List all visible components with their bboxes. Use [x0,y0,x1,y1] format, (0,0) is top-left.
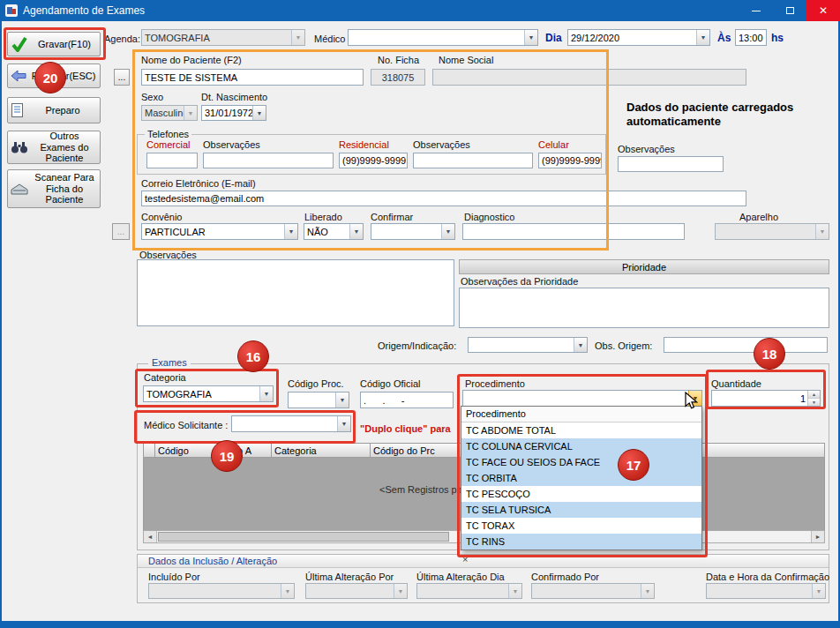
nome-paciente-input[interactable]: TESTE DE SISTEMA [141,69,364,86]
convenio-select[interactable]: PARTICULAR ▼ [141,223,298,240]
data-hora-confirmacao-label: Data e Hora da Confirmação [706,572,829,582]
procedimento-option-7[interactable]: TC RINS [461,534,701,550]
exames-group-label: Exames [148,357,191,368]
nascimento-label: Dt. Nascimento [201,92,267,102]
observacoes-residencial-input[interactable] [413,153,533,168]
procedimento-option-5[interactable]: TC SELA TURSICA [461,502,701,518]
outros-exames-label: Outros Exames do Paciente [32,131,97,164]
nascimento-select[interactable]: 31/01/1972 ▼ [201,105,266,121]
grid-column-codigo-procedimento[interactable]: Código do Prc [371,443,468,458]
chevron-down-icon[interactable]: ▼ [394,584,407,598]
scrollbar-thumb[interactable] [158,532,449,542]
check-icon [11,36,28,52]
chevron-down-icon[interactable]: ▼ [574,338,587,352]
chevron-down-icon[interactable]: ▼ [524,30,537,45]
chevron-down-icon[interactable]: ▼ [688,391,701,406]
spin-down-icon[interactable]: ▼ [808,398,820,406]
minimize-button[interactable] [739,0,773,21]
sexo-select[interactable]: Masculino ▼ [141,105,198,121]
procedimento-option-0[interactable]: TC ABDOME TOTAL [461,422,701,438]
confirmar-select[interactable]: ▼ [371,223,455,240]
scroll-right-icon[interactable]: ► [811,531,824,542]
medico-select[interactable]: ▼ [348,29,538,46]
app-window: Agendamento de Exames ✕ Gravar(F10) Reto… [0,0,840,628]
procedimento-option-6[interactable]: TC TORAX [461,518,701,534]
ultima-alteracao-dia-select[interactable]: ▼ [416,583,522,599]
codigo-oficial-input[interactable]: . . - [360,392,454,408]
dropdown-close-icon[interactable]: × [462,554,468,564]
observacoes-prioridade-textarea[interactable] [459,288,829,328]
gravar-button[interactable]: Gravar(F10) [7,32,101,56]
medico-solicitante-select[interactable]: ▼ [231,415,351,432]
spinner-buttons[interactable]: ▲ ▼ [807,391,820,406]
procedimento-select[interactable]: ▼ [462,390,702,407]
codigo-proc-select[interactable]: ▼ [288,392,349,408]
hora-input[interactable]: 13:00 [735,29,767,46]
chevron-down-icon[interactable]: ▼ [252,106,266,120]
chevron-down-icon[interactable]: ▼ [441,224,454,239]
binoculars-icon [11,141,28,153]
codigo-oficial-label: Código Oficial [360,378,420,389]
scanear-button[interactable]: Scanear Para Ficha do Paciente [7,169,101,208]
medico-solicitante-label: Médico Solicitante : [144,420,228,430]
dia-date-select[interactable]: 29/12/2020 ▼ [567,29,710,46]
ultima-alteracao-por-select[interactable]: ▼ [305,583,408,599]
ultima-alteracao-dia-label: Última Alteração Dia [416,572,505,582]
procedimento-option-1[interactable]: TC COLUNA CERVICAL [461,438,701,454]
diagnostico-input[interactable] [462,223,685,240]
chevron-down-icon[interactable]: ▼ [291,30,304,45]
chevron-down-icon[interactable]: ▼ [508,584,521,598]
chevron-down-icon[interactable]: ▼ [281,584,294,598]
categoria-label: Categoria [144,372,186,383]
obs-origem-input[interactable] [664,337,828,353]
confirmado-por-select[interactable]: ▼ [531,583,655,599]
grid-column-categoria[interactable]: Categoria [272,443,371,458]
liberado-select[interactable]: NÃO ▼ [304,223,364,240]
procedimento-option-2[interactable]: TC FACE OU SEIOS DA FACE [461,454,701,470]
incluido-por-select[interactable]: ▼ [148,583,295,599]
chevron-down-icon[interactable]: ▼ [641,584,654,598]
email-input[interactable]: testedesistema@email.com [141,191,746,206]
spin-up-icon[interactable]: ▲ [808,391,820,398]
comercial-input[interactable] [146,153,198,168]
observacoes-celular-input[interactable] [618,156,724,172]
celular-input[interactable]: (99)9999-9999 [538,153,602,168]
chevron-down-icon[interactable]: ▼ [184,106,197,120]
procedimento-option-4[interactable]: TC PESCOÇO [461,486,701,502]
chevron-down-icon[interactable]: ▼ [815,224,829,239]
categoria-value: TOMOGRAFIA [144,389,259,400]
chevron-down-icon[interactable]: ▼ [696,30,709,45]
hs-label: hs [771,32,784,44]
observacoes-textarea[interactable] [137,259,454,326]
agenda-value: TOMOGRAFIA [142,33,291,43]
aparelho-select[interactable]: ▼ [715,223,829,240]
chevron-down-icon[interactable]: ▼ [337,416,350,431]
observacoes-comercial-label: Observações [203,139,260,150]
chevron-down-icon[interactable]: ▼ [349,224,363,239]
agenda-select[interactable]: TOMOGRAFIA ▼ [141,29,305,46]
browse-convenio-button[interactable]: ... [112,223,130,240]
chevron-down-icon[interactable]: ▼ [812,584,825,598]
chevron-down-icon[interactable]: ▼ [259,386,273,401]
browse-paciente-button[interactable]: ... [114,69,130,86]
data-hora-confirmacao-field[interactable]: ▼ [706,583,826,599]
maximize-button[interactable] [773,0,806,21]
email-value: testedesistema@email.com [145,193,264,204]
origem-select[interactable]: ▼ [468,337,588,353]
categoria-select[interactable]: TOMOGRAFIA ▼ [143,385,274,402]
chevron-down-icon[interactable]: ▼ [284,224,297,239]
outros-exames-button[interactable]: Outros Exames do Paciente [7,131,101,164]
quantidade-stepper[interactable]: 1 ▲ ▼ [711,390,821,407]
chevron-down-icon[interactable]: ▼ [335,392,349,407]
gravar-label: Gravar(F10) [32,39,97,50]
nome-social-label: Nome Social [439,55,493,65]
close-button[interactable]: ✕ [806,0,840,21]
confirmado-por-label: Confirmado Por [531,572,599,582]
incluido-por-label: Incluído Por [148,572,200,582]
preparo-label: Preparo [28,105,97,116]
preparo-button[interactable]: Preparo [7,97,101,123]
residencial-input[interactable]: (99)9999-9999 [339,153,408,168]
scroll-left-icon[interactable]: ◄ [144,531,157,542]
procedimento-option-3[interactable]: TC ORBITA [461,470,701,486]
observacoes-comercial-input[interactable] [203,153,334,168]
